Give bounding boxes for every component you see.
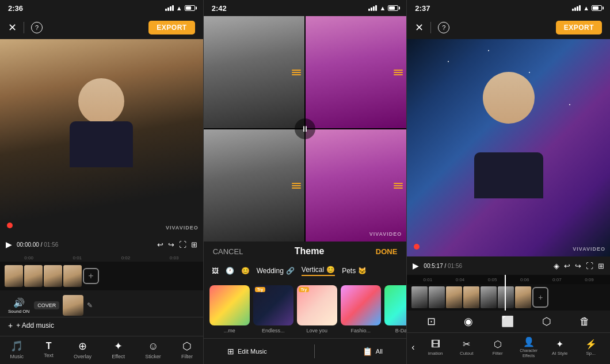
playhead-3 xyxy=(505,275,506,311)
pause-button-2[interactable]: ⏸ xyxy=(295,118,315,139)
grid-cell-br xyxy=(306,129,406,242)
watermark-2: VIVAVIDEO xyxy=(369,231,402,237)
tab3-speed-label: Sp... xyxy=(586,351,595,356)
filter-emoji[interactable]: 😊 xyxy=(241,267,250,275)
thumb-3 xyxy=(498,286,514,308)
tab-text-1[interactable]: T Text xyxy=(44,341,54,358)
filter-vertical-label: Vertical xyxy=(302,266,324,274)
thumb-3 xyxy=(446,286,462,308)
time-current-3: 00:5:17 xyxy=(424,263,443,269)
theme-name-4: B-Day... xyxy=(395,328,407,334)
watermark-1: VIVAVIDEO xyxy=(166,225,199,231)
export-button-1[interactable]: EXPORT xyxy=(148,21,195,35)
grid-icon-3[interactable]: ⊞ xyxy=(598,262,604,270)
theme-card-2[interactable]: Try Love you xyxy=(297,285,337,334)
add-clip-button-3[interactable]: + xyxy=(532,287,548,308)
grid-cell-bl xyxy=(204,129,304,242)
tab3-character[interactable]: 👤 CharacterEffects xyxy=(514,335,544,359)
keyframe-icon[interactable]: ◈ xyxy=(554,262,559,270)
tab-music-1[interactable]: 🎵 Music xyxy=(10,340,24,359)
tab3-ai-style[interactable]: ✦ AI Style xyxy=(545,338,575,357)
filter3-icon: ⬡ xyxy=(494,339,502,350)
tab3-animation[interactable]: 🎞 imation xyxy=(421,338,451,357)
ai-style-icon: ✦ xyxy=(556,339,563,350)
sound-control-1[interactable]: 🔊 Sound ON xyxy=(8,297,29,314)
close-button-1[interactable]: ✕ xyxy=(8,21,17,34)
theme-card-4[interactable]: B-Day... xyxy=(384,285,407,334)
time-display-3: 00:5:17 / 01:56 xyxy=(424,263,462,269)
fullscreen-icon-1[interactable]: ⛶ xyxy=(179,240,186,249)
tab3-speed[interactable]: ⚡ Sp... xyxy=(576,338,606,357)
all-icon: 📋 xyxy=(363,347,372,356)
thumb-3 xyxy=(411,286,428,308)
theme-name-3: Fashio... xyxy=(350,328,371,334)
header-3: ✕ ? EXPORT xyxy=(407,16,610,39)
play-button-1[interactable]: ▶ xyxy=(6,240,12,249)
text-icon: T xyxy=(46,341,52,351)
tool-btn-1[interactable]: ◉ xyxy=(464,315,473,328)
add-music-label-1: + Add music xyxy=(16,321,54,329)
tool-btn-2[interactable]: ⬜ xyxy=(501,315,514,328)
add-clip-button-1[interactable]: + xyxy=(83,268,99,284)
redo-icon-1[interactable]: ↪ xyxy=(168,240,174,249)
music-icon: 🎵 xyxy=(10,340,23,352)
tab3-filter[interactable]: ⬡ Filter xyxy=(483,338,513,357)
grid-icon-1[interactable]: ⊞ xyxy=(191,240,197,249)
thumb-3 xyxy=(481,286,497,308)
edit-music-button[interactable]: ⊞ Edit Music xyxy=(227,347,267,356)
help-button-1[interactable]: ? xyxy=(31,22,43,33)
ruler-row-3: 0:01 0:04 0:05 0:06 0:07 0:09 xyxy=(407,275,610,284)
tab-filter-1[interactable]: ⬡ Filter xyxy=(181,340,193,359)
hamburger-icon-br xyxy=(394,183,403,189)
theme-cancel-button[interactable]: CANCEL xyxy=(213,247,243,256)
tab3-filter-label: Filter xyxy=(493,351,503,356)
undo-icon-3[interactable]: ↩ xyxy=(564,262,570,270)
phone-3: 2:37 ▲ ✕ ? EXPORT xyxy=(407,0,610,364)
filter-vertical[interactable]: Vertical 😊 xyxy=(302,266,335,276)
redo-icon-3[interactable]: ↪ xyxy=(575,262,581,270)
theme-done-button[interactable]: DONE xyxy=(376,247,398,256)
all-button[interactable]: 📋 All xyxy=(363,347,383,356)
thumb-3 xyxy=(515,286,531,308)
export-button-3[interactable]: EXPORT xyxy=(556,21,602,35)
close-button-3[interactable]: ✕ xyxy=(415,21,424,34)
grid-cell-tl xyxy=(204,16,304,128)
filter-pets[interactable]: Pets 🐱 xyxy=(342,267,367,275)
chevron-left-icon[interactable]: ‹ xyxy=(407,342,419,352)
signal-icon-2 xyxy=(368,5,377,11)
undo-icon-1[interactable]: ↩ xyxy=(157,240,163,249)
tab-overlay-1[interactable]: ⊕ Overlay xyxy=(74,340,92,359)
grid-cell-tr xyxy=(306,16,406,128)
theme-card-3[interactable]: Fashio... xyxy=(341,285,381,334)
filter-images[interactable]: 🖼 xyxy=(212,267,219,275)
theme-thumb-0 xyxy=(209,285,250,325)
theme-card-1[interactable]: Try Endless... xyxy=(253,285,293,334)
add-music-row-1[interactable]: + + Add music xyxy=(0,317,203,334)
filter-recent-icon: 🕐 xyxy=(226,267,234,275)
sound-label-1: Sound ON xyxy=(8,309,29,314)
tool-btn-3[interactable]: ⬡ xyxy=(542,315,551,328)
battery-icon-1 xyxy=(185,5,195,11)
ruler-mark: 0:01 xyxy=(53,255,101,260)
ruler-mark: 0:03 xyxy=(150,255,199,260)
play-button-3[interactable]: ▶ xyxy=(413,261,419,270)
tool-icon-3: ⬡ xyxy=(542,315,551,328)
tool-btn-4[interactable]: 🗑 xyxy=(580,316,590,328)
bottom-tabs-3: ‹ 🎞 imation ✂ Cutout ⬡ Filter 👤 Characte… xyxy=(407,332,610,364)
theme-card-0[interactable]: ...me xyxy=(209,285,250,334)
tab-effect-1[interactable]: ✦ Effect xyxy=(112,340,125,359)
help-button-3[interactable]: ? xyxy=(438,22,449,33)
clip-wrap-1: COVER ✎ xyxy=(34,295,195,316)
theme-thumb-4 xyxy=(384,285,407,325)
filter-recent[interactable]: 🕐 xyxy=(226,267,234,275)
edit-clip-icon-1[interactable]: ✎ xyxy=(87,301,93,309)
filter-wedding[interactable]: Wedding 🔗 xyxy=(257,267,295,275)
hamburger-icon-tr xyxy=(394,70,403,75)
tab3-cutout[interactable]: ✂ Cutout xyxy=(452,338,482,357)
tool-btn-0[interactable]: ⊡ xyxy=(427,315,436,328)
fullscreen-icon-3[interactable]: ⛶ xyxy=(586,262,593,270)
tab-sticker-1[interactable]: ☺ Sticker xyxy=(145,340,161,359)
video-content-3: VIVAVIDEO xyxy=(407,39,610,256)
thumbs-row-3: + xyxy=(407,284,610,311)
cutout-icon: ✂ xyxy=(463,339,470,350)
